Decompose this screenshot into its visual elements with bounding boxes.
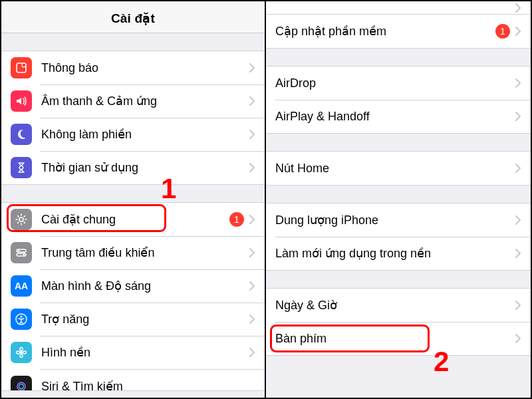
switches-icon (11, 242, 32, 263)
row-label: Dung lượng iPhone (275, 213, 510, 227)
row-datetime[interactable]: Ngày & Giờ (266, 289, 531, 322)
row-controlcenter[interactable]: Trung tâm điều khiển (1, 236, 265, 269)
notification-badge: 1 (495, 24, 510, 39)
row-label: Âm thanh & Cảm ứng (41, 94, 244, 108)
row-label: Thông báo (41, 61, 244, 75)
row-display[interactable]: AA Màn hình & Độ sáng (1, 269, 265, 303)
group-notifications: Thông báo Âm thanh & Cảm ứng Không làm p… (1, 51, 265, 185)
row-label: Trợ năng (41, 312, 244, 327)
row-bgapp[interactable]: Làm mới ứng dụng trong nền (266, 237, 531, 270)
row-airdrop[interactable]: AirDrop (266, 66, 531, 100)
row-keyboard[interactable]: Bàn phím (266, 322, 531, 355)
group-datetime: Ngày & Giờ Bàn phím (266, 288, 531, 356)
chevron-right-icon (515, 164, 521, 173)
row-screentime[interactable]: Thời gian sử dụng (1, 151, 265, 184)
svg-point-4 (18, 250, 20, 252)
svg-point-2 (19, 217, 23, 221)
aa-icon: AA (11, 275, 32, 297)
chevron-right-icon (249, 315, 255, 324)
row-dnd[interactable]: Không làm phiền (1, 118, 265, 151)
chevron-right-icon (515, 27, 521, 36)
row-accessibility[interactable]: Trợ năng (1, 303, 265, 336)
moon-icon (11, 124, 32, 145)
chevron-right-icon (249, 215, 255, 224)
chevron-right-icon (249, 63, 255, 72)
chevron-right-icon (515, 3, 521, 13)
settings-root-panel: Cài đặt Thông báo Âm thanh & Cảm ứng (1, 1, 266, 398)
svg-point-8 (20, 315, 22, 317)
row-airplay[interactable]: AirPlay & Handoff (266, 100, 531, 133)
svg-point-9 (20, 351, 23, 354)
hourglass-icon (11, 157, 32, 178)
row-label: Không làm phiền (41, 127, 244, 142)
row-label: Cập nhật phần mềm (275, 24, 491, 39)
row-about-cut[interactable] (266, 1, 531, 15)
row-label: Nút Home (275, 162, 510, 176)
svg-point-12 (17, 351, 20, 354)
chevron-right-icon (249, 96, 255, 106)
notification-badge: 1 (229, 212, 244, 227)
group-airdrop: AirDrop AirPlay & Handoff (266, 66, 531, 134)
svg-point-6 (23, 254, 25, 256)
chevron-right-icon (249, 281, 255, 291)
siri-icon (11, 376, 32, 390)
general-settings-panel: Cập nhật phần mềm 1 AirDrop AirPlay & Ha… (266, 1, 531, 398)
svg-point-13 (23, 351, 27, 354)
row-label: Hình nền (41, 345, 244, 360)
chevron-right-icon (515, 301, 521, 310)
group-homebutton: Nút Home (266, 151, 531, 186)
chevron-right-icon (515, 112, 521, 121)
flower-icon (11, 342, 32, 363)
sound-icon (11, 90, 32, 112)
group-softwareupdate: Cập nhật phần mềm 1 (266, 15, 531, 49)
row-sounds[interactable]: Âm thanh & Cảm ứng (1, 84, 265, 118)
row-label: Siri & Tìm kiếm (41, 379, 255, 390)
row-label: Làm mới ứng dụng trong nền (275, 246, 510, 261)
svg-point-1 (22, 63, 26, 67)
row-storage[interactable]: Dung lượng iPhone (266, 203, 531, 237)
row-wallpaper[interactable]: Hình nền (1, 336, 265, 369)
chevron-right-icon (249, 348, 255, 357)
svg-point-11 (20, 354, 23, 358)
row-siri[interactable]: Siri & Tìm kiếm (1, 369, 265, 390)
page-title: Cài đặt (1, 1, 265, 33)
row-label: Bàn phím (275, 332, 510, 346)
gear-icon (11, 209, 32, 230)
row-softwareupdate[interactable]: Cập nhật phần mềm 1 (266, 15, 531, 48)
chevron-right-icon (515, 249, 521, 258)
row-label: Thời gian sử dụng (41, 160, 244, 175)
accessibility-icon (11, 309, 32, 330)
row-label: Cài đặt chung (41, 212, 225, 227)
chevron-right-icon (515, 334, 521, 343)
row-homebutton[interactable]: Nút Home (266, 152, 531, 185)
row-label: AirDrop (275, 76, 510, 90)
group-general: Cài đặt chung 1 Trung tâm điều khiển AA … (1, 202, 265, 391)
svg-point-14 (17, 382, 25, 390)
chevron-right-icon (249, 130, 255, 139)
notification-icon (11, 57, 32, 78)
chevron-right-icon (515, 78, 521, 88)
svg-point-10 (20, 348, 23, 351)
row-label: Màn hình & Độ sáng (41, 279, 244, 293)
row-label: Trung tâm điều khiển (41, 245, 244, 260)
chevron-right-icon (249, 248, 255, 257)
row-label: Ngày & Giờ (275, 298, 510, 313)
row-general[interactable]: Cài đặt chung 1 (1, 203, 265, 236)
row-notifications[interactable]: Thông báo (1, 51, 265, 84)
chevron-right-icon (515, 215, 521, 225)
row-label: AirPlay & Handoff (275, 110, 510, 124)
chevron-right-icon (249, 163, 255, 172)
svg-point-15 (19, 384, 24, 389)
group-storage: Dung lượng iPhone Làm mới ứng dụng trong… (266, 203, 531, 271)
